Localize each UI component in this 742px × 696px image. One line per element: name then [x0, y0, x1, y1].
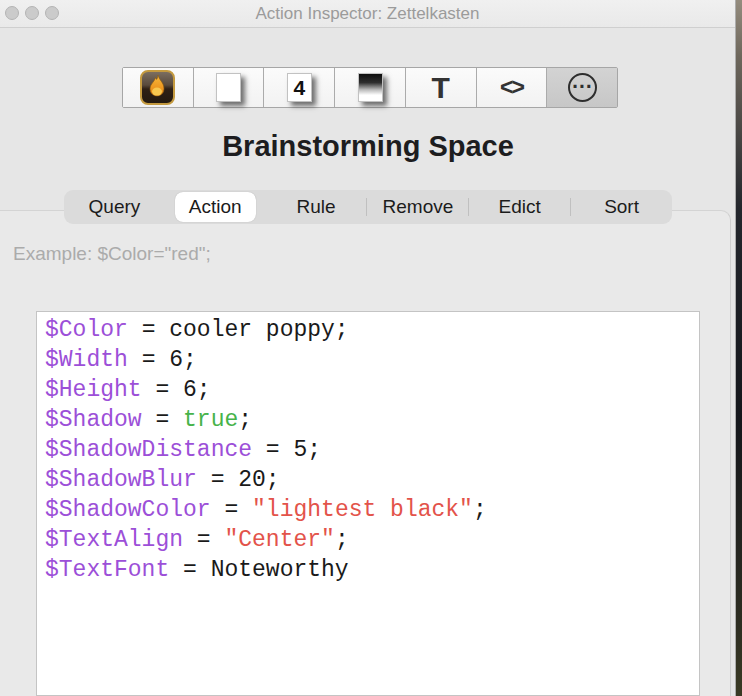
count-glyph: 4: [293, 77, 305, 98]
window-titlebar[interactable]: Action Inspector: Zettelkasten: [0, 0, 735, 28]
toolbar-segment-more[interactable]: ⋯: [547, 68, 617, 107]
tab-label: Query: [75, 192, 155, 222]
code-line: $TextAlign = "Center";: [45, 525, 691, 555]
tab-remove[interactable]: Remove: [367, 192, 468, 222]
toolbar-segment-note-count[interactable]: 4: [264, 68, 335, 107]
toolbar-segment-tinderbox[interactable]: [123, 68, 194, 107]
code-icon: <>: [500, 76, 523, 99]
code-line: $ShadowBlur = 20;: [45, 465, 691, 495]
code-line: $Width = 6;: [45, 345, 691, 375]
note-title: Brainstorming Space: [0, 130, 736, 163]
text-icon: T: [432, 73, 450, 103]
tab-label: Sort: [590, 192, 653, 222]
tab-rule[interactable]: Rule: [266, 192, 367, 222]
prototype-note-icon: [358, 73, 383, 102]
screen: Action Inspector: Zettelkasten: [0, 0, 742, 696]
toolbar-segment-prototype[interactable]: [335, 68, 406, 107]
code-line: $Shadow = true;: [45, 405, 691, 435]
tab-bar: QueryActionRuleRemoveEdictSort: [64, 190, 672, 224]
action-code-editor[interactable]: $Color = cooler poppy;$Width = 6;$Height…: [36, 311, 700, 696]
code-line: $Color = cooler poppy;: [45, 315, 691, 345]
toolbar-segment-code[interactable]: <>: [477, 68, 548, 107]
tab-label: Remove: [369, 192, 468, 222]
more-options-icon: ⋯: [568, 73, 597, 102]
code-line: $Height = 6;: [45, 375, 691, 405]
note-count-icon: 4: [287, 73, 312, 102]
inspector-toolbar: 4 T <> ⋯: [122, 67, 618, 108]
tab-sort[interactable]: Sort: [571, 192, 672, 222]
tab-label: Action: [175, 192, 256, 222]
code-line: $ShadowColor = "lightest black";: [45, 495, 691, 525]
window-title: Action Inspector: Zettelkasten: [0, 0, 735, 28]
tab-label: Edict: [485, 192, 555, 222]
code-line: $TextFont = Noteworthy: [45, 555, 691, 585]
tinderbox-flame-icon: [140, 70, 175, 105]
tab-label: Rule: [283, 192, 350, 222]
example-hint: Example: $Color="red";: [13, 243, 211, 265]
toolbar-segment-text[interactable]: T: [406, 68, 477, 107]
toolbar-segment-note[interactable]: [194, 68, 265, 107]
note-icon: [216, 73, 241, 102]
action-inspector-window: Action Inspector: Zettelkasten: [0, 0, 736, 696]
tab-query[interactable]: Query: [64, 192, 165, 222]
tab-edict[interactable]: Edict: [469, 192, 570, 222]
background-desktop-strip: [735, 0, 742, 696]
code-line: $ShadowDistance = 5;: [45, 435, 691, 465]
tab-action[interactable]: Action: [165, 192, 266, 222]
